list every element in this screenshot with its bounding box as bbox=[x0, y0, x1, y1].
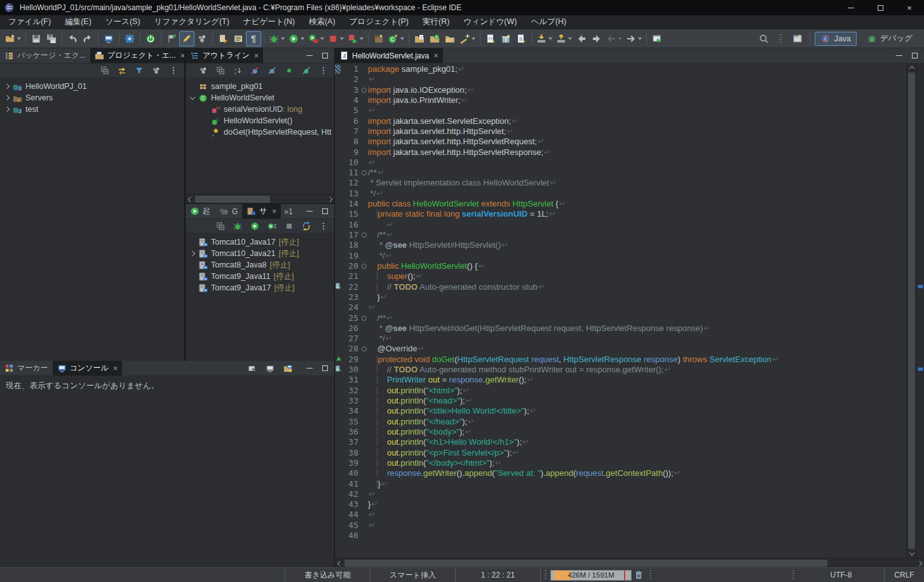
power-button[interactable] bbox=[143, 31, 158, 46]
minimize-view-button[interactable] bbox=[306, 208, 313, 215]
goto-edit-button[interactable] bbox=[215, 31, 231, 46]
code-line-33[interactable]: 33 out.println("<head>");↵ bbox=[335, 396, 906, 406]
code-line-6[interactable]: 6import jakarta.servlet.ServletException… bbox=[335, 116, 906, 126]
view-menu-button[interactable] bbox=[167, 65, 180, 77]
run-garbage-collector-button[interactable] bbox=[632, 570, 646, 580]
view-menu-button[interactable] bbox=[317, 65, 330, 77]
close-tab-icon[interactable]: × bbox=[254, 51, 259, 60]
dropdown-caret-icon[interactable] bbox=[400, 37, 404, 40]
hide-fields-button[interactable] bbox=[248, 65, 261, 77]
dropdown-caret-icon[interactable] bbox=[320, 37, 324, 40]
dropdown-caret-icon[interactable] bbox=[340, 37, 344, 40]
flag-button[interactable] bbox=[164, 31, 179, 46]
fold-toggle-icon[interactable] bbox=[360, 168, 368, 178]
pin-console-button[interactable] bbox=[246, 362, 259, 374]
tab-project-explorer[interactable]: プロジェクト・エ... × bbox=[90, 48, 184, 63]
run-button[interactable] bbox=[248, 220, 261, 233]
drag-handle[interactable] bbox=[780, 34, 782, 43]
task-marker[interactable] bbox=[335, 365, 343, 375]
task-overview-marker[interactable] bbox=[918, 285, 923, 288]
collapse-all-button[interactable] bbox=[99, 65, 111, 77]
scroll-down-icon[interactable] bbox=[907, 550, 916, 558]
fold-toggle-icon[interactable] bbox=[360, 261, 368, 271]
tree-item-doGet(HttpServletRequest, Htt[interactable]: doGet(HttpServletRequest, Htt bbox=[186, 126, 334, 138]
occurrences-button[interactable] bbox=[194, 31, 210, 46]
nav-back-button[interactable] bbox=[604, 31, 624, 46]
maximize-view-button[interactable] bbox=[321, 208, 329, 215]
java-perspective-button[interactable]: J Java bbox=[815, 32, 856, 46]
tab-outline[interactable]: アウトライン × bbox=[186, 48, 263, 63]
tab-helloworldservlet-java[interactable]: J HelloWorldServlet.java × bbox=[335, 48, 443, 63]
menu-item[interactable]: ウィンドウ(W) bbox=[456, 15, 524, 29]
collapse-all-button[interactable] bbox=[214, 220, 227, 233]
menu-item[interactable]: ファイル(F) bbox=[1, 15, 58, 29]
task-overview-marker[interactable] bbox=[918, 367, 923, 371]
close-tab-icon[interactable]: × bbox=[433, 51, 438, 60]
expand-chevron-icon[interactable] bbox=[3, 105, 11, 114]
code-line-2[interactable]: 2↵ bbox=[335, 74, 906, 85]
tree-item-sample_pkg01[interactable]: sample_pkg01 bbox=[186, 81, 334, 92]
open-perspective-button[interactable] bbox=[790, 31, 805, 46]
new-class-button[interactable]: C bbox=[386, 31, 406, 46]
tree-item-HelloWorldPJ_01[interactable]: JHelloWorldPJ_01 bbox=[0, 81, 184, 92]
scroll-thumb[interactable] bbox=[908, 72, 915, 549]
code-line-3[interactable]: 3import java.io.IOException;↵ bbox=[335, 85, 906, 95]
outline-hscrollbar[interactable] bbox=[186, 194, 334, 203]
code-line-12[interactable]: 12 * Servlet implementation class HelloW… bbox=[335, 178, 906, 188]
dropdown-caret-icon[interactable] bbox=[548, 37, 552, 40]
code-line-43[interactable]: 43}↵ bbox=[335, 499, 906, 510]
close-tab-icon[interactable]: × bbox=[180, 51, 184, 60]
dropdown-caret-icon[interactable] bbox=[568, 37, 572, 40]
code-line-5[interactable]: 5↵ bbox=[335, 105, 906, 116]
scroll-thumb[interactable] bbox=[195, 196, 270, 203]
fold-toggle-icon[interactable] bbox=[360, 313, 368, 323]
code-line-20[interactable]: 20 public HelloWorldServlet() {↵ bbox=[335, 261, 906, 271]
profile-server-button[interactable] bbox=[266, 220, 278, 233]
code-line-37[interactable]: 37 out.println("<h1>Hello World!</h1>");… bbox=[335, 437, 906, 447]
expand-chevron-icon[interactable] bbox=[3, 94, 11, 102]
minimize-view-button[interactable] bbox=[306, 52, 313, 60]
menu-item[interactable]: リファクタリング(T) bbox=[147, 15, 236, 29]
tree-item-Tomcat9_Java11[interactable]: Tomcat9_Java11[停止] bbox=[186, 271, 334, 282]
code-line-36[interactable]: 36 out.println("<body>");↵ bbox=[335, 427, 906, 437]
scroll-left-icon[interactable] bbox=[186, 195, 194, 203]
tab-servers[interactable]: サ × bbox=[242, 204, 281, 219]
tab-launch[interactable]: 起 bbox=[186, 204, 215, 219]
code-line-16[interactable]: 16 ↵ bbox=[335, 220, 906, 230]
drag-handle[interactable] bbox=[545, 571, 547, 579]
dropdown-caret-icon[interactable] bbox=[618, 37, 622, 40]
scroll-up-icon[interactable] bbox=[907, 64, 916, 72]
editor-hscrollbar[interactable] bbox=[335, 558, 924, 567]
maximize-window-button[interactable] bbox=[866, 0, 895, 15]
code-line-9[interactable]: 9import jakarta.servlet.http.HttpServlet… bbox=[335, 147, 906, 158]
code-line-29[interactable]: 29 protected void doGet(HttpServletReque… bbox=[335, 355, 906, 365]
code-line-19[interactable]: 19 */↵ bbox=[335, 251, 906, 261]
scroll-right-icon[interactable] bbox=[916, 559, 924, 567]
new-wizard-button[interactable] bbox=[3, 31, 23, 46]
open-run-button[interactable] bbox=[427, 31, 442, 46]
tree-item-HelloWorldServlet()[interactable]: CHelloWorldServlet() bbox=[186, 115, 334, 126]
dropdown-caret-icon[interactable] bbox=[472, 37, 475, 40]
dropdown-caret-icon[interactable] bbox=[360, 37, 363, 40]
bug-button[interactable] bbox=[267, 31, 287, 46]
undo-button[interactable] bbox=[65, 31, 80, 46]
open-folder-button[interactable] bbox=[442, 31, 458, 46]
tree-item-Tomcat10_Java21[interactable]: Tomcat10_Java21[停止] bbox=[186, 248, 334, 259]
hide-static-button[interactable] bbox=[266, 65, 278, 77]
code-line-44[interactable]: 44↵ bbox=[335, 510, 906, 520]
code-line-39[interactable]: 39 out.println("</body></html>");↵ bbox=[335, 458, 906, 468]
tab-overflow-indicator[interactable]: »1 bbox=[281, 204, 296, 219]
expand-chevron-icon[interactable] bbox=[3, 83, 11, 91]
redo-button[interactable] bbox=[80, 31, 95, 46]
console-view-button[interactable] bbox=[231, 31, 246, 46]
close-tab-icon[interactable]: × bbox=[113, 363, 118, 373]
brush-button[interactable] bbox=[179, 31, 194, 46]
export-button[interactable] bbox=[554, 31, 574, 46]
stop-button[interactable] bbox=[326, 31, 346, 46]
focus-button[interactable] bbox=[150, 65, 163, 77]
menu-item[interactable]: ヘルプ(H) bbox=[524, 15, 573, 29]
minimize-window-button[interactable] bbox=[836, 0, 866, 15]
code-line-4[interactable]: 4import java.io.PrintWriter;↵ bbox=[335, 95, 906, 105]
expand-chevron-icon[interactable] bbox=[189, 94, 197, 102]
dropdown-caret-icon[interactable] bbox=[281, 37, 285, 40]
